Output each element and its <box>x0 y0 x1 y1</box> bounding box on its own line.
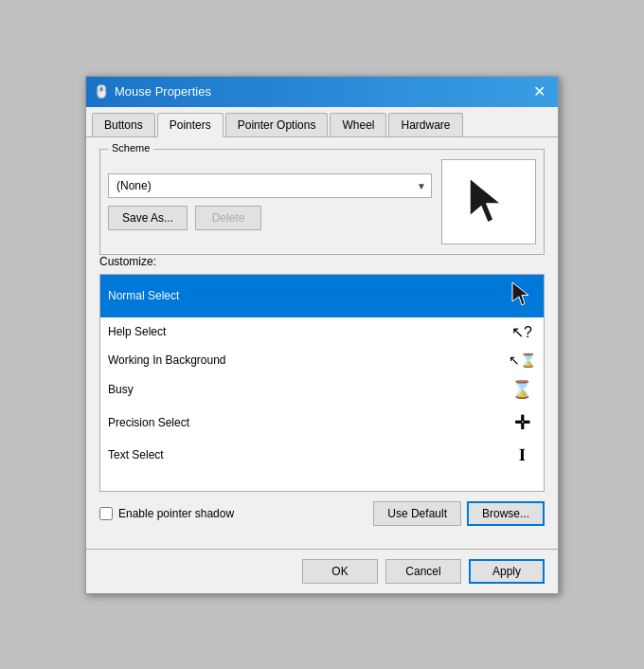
bottom-action-buttons: Use Default Browse... <box>373 501 545 526</box>
mouse-properties-dialog: 🖱️ Mouse Properties ✕ Buttons Pointers P… <box>85 76 559 594</box>
svg-marker-1 <box>512 282 528 305</box>
scheme-buttons: Save As... Delete <box>108 206 432 230</box>
ok-button[interactable]: OK <box>302 559 378 584</box>
cursor-icon-working: ↖⌛ <box>508 353 536 368</box>
list-item[interactable]: Busy ⌛ <box>100 373 544 406</box>
tab-hardware[interactable]: Hardware <box>388 113 462 136</box>
delete-button[interactable]: Delete <box>195 206 261 230</box>
browse-button[interactable]: Browse... <box>467 501 545 526</box>
list-item-name: Help Select <box>108 325 166 338</box>
list-item-name: Text Select <box>108 448 164 461</box>
cursor-icon-normal <box>508 280 536 312</box>
list-item-name: Precision Select <box>108 416 189 429</box>
svg-marker-0 <box>470 178 501 223</box>
close-button[interactable]: ✕ <box>528 81 550 103</box>
scheme-group: Scheme (None) ▼ Save As... Delete <box>99 149 545 255</box>
scheme-row: (None) ▼ Save As... Delete <box>108 159 536 244</box>
apply-button[interactable]: Apply <box>469 559 545 584</box>
list-item-name: Normal Select <box>108 289 179 302</box>
save-as-button[interactable]: Save As... <box>108 206 188 230</box>
tab-pointers[interactable]: Pointers <box>157 113 224 137</box>
cursor-preview-image <box>465 173 512 230</box>
cursor-preview-box <box>441 159 536 244</box>
customize-label: Customize: <box>99 255 545 268</box>
tab-buttons[interactable]: Buttons <box>92 113 155 136</box>
scheme-select-wrapper: (None) ▼ <box>108 173 432 198</box>
list-item[interactable]: Text Select 𝐈 <box>100 440 544 471</box>
shadow-label: Enable pointer shadow <box>118 507 234 520</box>
scheme-left: (None) ▼ Save As... Delete <box>108 173 432 230</box>
tab-bar: Buttons Pointers Pointer Options Wheel H… <box>86 107 558 137</box>
list-item[interactable]: Working In Background ↖⌛ <box>100 347 544 373</box>
list-item[interactable]: Help Select ↖? <box>100 317 544 347</box>
title-bar: 🖱️ Mouse Properties ✕ <box>86 77 558 107</box>
cursor-list[interactable]: Normal Select Help Select ↖? Working In … <box>99 274 545 492</box>
shadow-checkbox[interactable] <box>99 507 113 520</box>
tab-content: Scheme (None) ▼ Save As... Delete <box>86 137 558 549</box>
scheme-select[interactable]: (None) <box>108 173 432 198</box>
window-title: Mouse Properties <box>115 84 211 99</box>
list-item[interactable]: Normal Select <box>100 275 544 317</box>
title-bar-left: 🖱️ Mouse Properties <box>94 84 211 99</box>
app-icon: 🖱️ <box>94 84 109 99</box>
cursor-icon-text: 𝐈 <box>508 445 536 465</box>
tab-wheel[interactable]: Wheel <box>330 113 386 136</box>
shadow-checkbox-label[interactable]: Enable pointer shadow <box>99 507 234 520</box>
dialog-footer: OK Cancel Apply <box>86 549 558 593</box>
cancel-button[interactable]: Cancel <box>385 559 461 584</box>
bottom-options-row: Enable pointer shadow Use Default Browse… <box>99 501 545 526</box>
cursor-icon-help: ↖? <box>508 323 536 341</box>
cursor-icon-precision: ✛ <box>508 411 536 434</box>
list-item-name: Busy <box>108 383 134 396</box>
use-default-button[interactable]: Use Default <box>373 501 461 526</box>
list-item-name: Working In Background <box>108 353 226 367</box>
scheme-legend: Scheme <box>108 142 153 154</box>
tab-pointer-options[interactable]: Pointer Options <box>225 113 329 136</box>
list-item[interactable]: Precision Select ✛ <box>100 406 544 440</box>
cursor-icon-busy: ⌛ <box>508 379 536 400</box>
